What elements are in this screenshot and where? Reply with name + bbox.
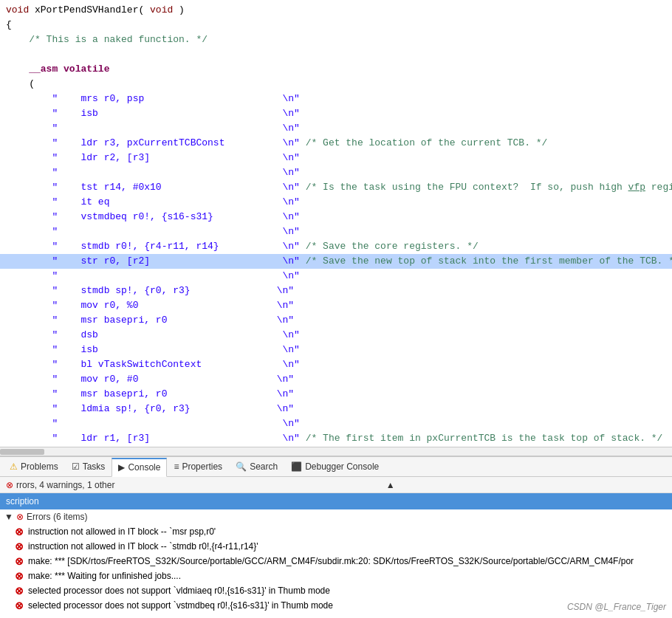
tab-debugger-console-label: Debugger Console <box>305 461 379 472</box>
error-summary-icon: ⊗ <box>6 480 13 490</box>
code-line: " stmdb sp!, {r0, r3} \n" <box>0 284 672 298</box>
code-line: ( <box>0 77 672 92</box>
code-line: { <box>0 18 672 32</box>
problems-header: scription <box>0 493 672 509</box>
code-line: " mrs r0, psp \n" <box>0 92 672 106</box>
problems-summary-text: rrors, 4 warnings, 1 other <box>16 480 114 490</box>
properties-icon: ≡ <box>174 461 179 472</box>
code-line: void xPortPendSVHandler( void ) <box>0 3 672 18</box>
horizontal-scrollbar[interactable] <box>0 447 672 456</box>
code-line: " tst r14, #0x10 \n" /* Is the task usin… <box>0 180 672 195</box>
error-item[interactable]: ⊗ instruction not allowed in IT block --… <box>0 524 672 539</box>
error-section-header: ▼ ⊗ Errors (6 items) <box>0 509 672 524</box>
tab-problems-label: Problems <box>21 461 58 472</box>
error-icon: ⊗ <box>15 526 24 538</box>
error-text: instruction not allowed in IT block -- `… <box>28 526 216 537</box>
watermark: CSDN @L_France_Tiger <box>567 602 666 612</box>
problems-header-label: scription <box>6 496 39 507</box>
code-line: " \n" <box>0 269 672 284</box>
code-line: " mov r0, %0 \n" <box>0 298 672 313</box>
code-line: " \n" <box>0 121 672 136</box>
error-item[interactable]: ⊗ make: *** [SDK/rtos/FreeRTOS_S32K/Sour… <box>0 554 672 569</box>
code-line: " msr basepri, r0 \n" <box>0 313 672 328</box>
code-line: /* This is a naked function. */ <box>0 32 672 47</box>
scrollbar-thumb[interactable] <box>0 449 44 455</box>
code-line: " msr basepri, r0 \n" <box>0 387 672 402</box>
code-line: " dsb \n" <box>0 328 672 343</box>
code-line: " ldmia sp!, {r0, r3} \n" <box>0 402 672 416</box>
code-line: " mov r0, #0 \n" <box>0 372 672 387</box>
code-line: " it eq \n" <box>0 195 672 210</box>
tab-tasks-label: Tasks <box>83 461 106 472</box>
code-line: " vstmdbeq r0!, {s16-s31} \n" <box>0 210 672 224</box>
error-text: selected processor does not support `vst… <box>28 600 333 611</box>
error-icon: ⊗ <box>15 585 24 597</box>
tab-tasks[interactable]: ☑ Tasks <box>65 457 112 476</box>
error-text: make: *** Waiting for unfinished jobs...… <box>28 571 181 581</box>
error-item[interactable]: ⊗ instruction not allowed in IT block --… <box>0 539 672 554</box>
code-line: " bl vTaskSwitchContext \n" <box>0 357 672 372</box>
code-line: " \n" <box>0 165 672 180</box>
console-icon: ▶ <box>118 462 125 473</box>
code-line: " \n" <box>0 224 672 239</box>
error-icon: ⊗ <box>15 600 24 611</box>
code-line: " stmdb r0!, {r4-r11, r14} \n" /* Save t… <box>0 239 672 254</box>
code-line: __asm volatile <box>0 62 672 77</box>
code-line: " ldr r1, [r3] \n" /* The first item in … <box>0 431 672 446</box>
error-text: make: *** [SDK/rtos/FreeRTOS_S32K/Source… <box>28 556 634 566</box>
tab-bar-container: ⚠ Problems ☑ Tasks ▶ Console ≡ Propertie… <box>0 456 672 477</box>
debugger-console-icon: ⬛ <box>291 461 302 472</box>
expand-section-icon[interactable]: ▼ <box>4 512 13 522</box>
code-line: " isb \n" <box>0 106 672 121</box>
code-scroll[interactable]: void xPortPendSVHandler( void ) { /* Thi… <box>0 0 672 447</box>
code-line: " isb \n" <box>0 343 672 357</box>
error-text: selected processor does not support `vld… <box>28 586 330 596</box>
code-line-highlighted: " str r0, [r2] \n" /* Save the new top o… <box>0 254 672 269</box>
tab-problems[interactable]: ⚠ Problems <box>3 457 65 476</box>
code-line: " ldr r3, pxCurrentTCBConst \n" /* Get t… <box>0 136 672 151</box>
tab-properties[interactable]: ≡ Properties <box>167 457 229 476</box>
problems-icon: ⚠ <box>10 461 18 472</box>
code-line: " ldr r2, [r3] \n" <box>0 151 672 165</box>
tab-console[interactable]: ▶ Console <box>112 458 167 477</box>
tab-search[interactable]: 🔍 Search <box>229 457 284 476</box>
error-section-icon: ⊗ <box>16 512 24 522</box>
code-line <box>0 47 672 62</box>
error-icon: ⊗ <box>15 540 24 552</box>
error-item[interactable]: ⊗ make: *** Waiting for unfinished jobs.… <box>0 569 672 583</box>
bottom-panel: ⚠ Problems ☑ Tasks ▶ Console ≡ Propertie… <box>0 456 672 618</box>
error-icon: ⊗ <box>15 570 24 582</box>
tab-debugger-console[interactable]: ⬛ Debugger Console <box>284 457 385 476</box>
problems-summary-bar: ⊗ rrors, 4 warnings, 1 other ▲ <box>0 477 672 493</box>
tab-search-label: Search <box>250 461 278 472</box>
error-icon: ⊗ <box>15 555 24 567</box>
code-line: " \n" <box>0 416 672 431</box>
search-icon: 🔍 <box>236 461 247 472</box>
error-text: instruction not allowed in IT block -- `… <box>28 541 258 552</box>
error-section-title: Errors (6 items) <box>27 512 88 522</box>
expand-arrow-icon[interactable]: ▲ <box>386 480 395 490</box>
tab-properties-label: Properties <box>182 461 222 472</box>
code-editor[interactable]: void xPortPendSVHandler( void ) { /* Thi… <box>0 0 672 447</box>
error-item[interactable]: ⊗ selected processor does not support `v… <box>0 583 672 598</box>
tab-bar: ⚠ Problems ☑ Tasks ▶ Console ≡ Propertie… <box>0 456 672 477</box>
tasks-icon: ☑ <box>72 461 80 472</box>
tab-console-label: Console <box>128 462 160 473</box>
